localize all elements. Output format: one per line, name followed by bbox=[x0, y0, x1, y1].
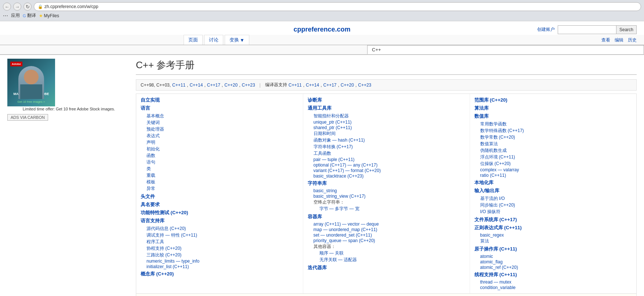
lang-support-5[interactable]: numeric_limits — type_info bbox=[146, 259, 299, 264]
version-link-cpp20-1[interactable]: C++20 bbox=[224, 83, 238, 88]
io-title[interactable]: 输入/输出库 bbox=[474, 187, 632, 194]
version-link-cpp14-1[interactable]: C++14 bbox=[189, 83, 203, 88]
container-title[interactable]: 容器库 bbox=[308, 213, 465, 220]
container-2[interactable]: set — unordered_set (C++11) bbox=[314, 233, 465, 238]
numeric-6[interactable]: 位操纵 (C++20) bbox=[480, 161, 632, 167]
self-impl-title[interactable]: 自立实现 bbox=[141, 97, 299, 103]
io-0[interactable]: 基于流的 I/O bbox=[480, 195, 632, 202]
lang-support-title[interactable]: 语言支持库 bbox=[141, 218, 299, 224]
version-link-cpp23-2[interactable]: C++23 bbox=[358, 83, 371, 88]
util-title[interactable]: 通用工具库 bbox=[308, 105, 465, 112]
concepts-lib-title[interactable]: 概念库 (C++20) bbox=[141, 271, 299, 277]
version-link-cpp17-1[interactable]: C++17 bbox=[207, 83, 220, 88]
numeric-8[interactable]: ratio (C++11) bbox=[480, 173, 632, 178]
numeric-0[interactable]: 常用数学函数 bbox=[480, 121, 632, 127]
numeric-2[interactable]: 数学常数 (C++20) bbox=[480, 134, 632, 140]
lang-item-2[interactable]: 预处理器 bbox=[146, 126, 299, 132]
numeric-5[interactable]: 浮点环境 (C++11) bbox=[480, 154, 632, 160]
atomic-title[interactable]: 原子操作库 (C++11) bbox=[474, 246, 632, 252]
other-container-0[interactable]: 顺序 — 关联 bbox=[319, 250, 465, 256]
lang-item-6[interactable]: 函数 bbox=[146, 153, 299, 159]
bookmark-apps[interactable]: 应用 bbox=[11, 12, 20, 19]
numeric-1[interactable]: 数学特殊函数 (C++17) bbox=[480, 128, 632, 134]
lang-item-7[interactable]: 语句 bbox=[146, 159, 299, 165]
headers-title[interactable]: 头文件 bbox=[141, 193, 299, 200]
view-action[interactable]: 查看 bbox=[601, 37, 610, 43]
string-title[interactable]: 字符串库 bbox=[308, 180, 465, 187]
tab-cpp[interactable]: C++ bbox=[367, 45, 644, 54]
thread-0[interactable]: thread — mutex bbox=[480, 279, 632, 285]
util-4[interactable]: 函数对象 — hash (C++11) bbox=[314, 137, 465, 143]
lang-support-1[interactable]: 调试支持 — 特性 (C++11) bbox=[146, 232, 299, 238]
concepts-title[interactable]: 功能特性测试 (C++20) bbox=[141, 209, 299, 216]
util-10[interactable]: basic_stacktrace (C++23) bbox=[314, 173, 465, 179]
lang-support-6[interactable]: initializer_list (C++11) bbox=[146, 264, 299, 269]
lang-item-10[interactable]: 模板 bbox=[146, 179, 299, 185]
tab-discussion[interactable]: 讨论 bbox=[204, 35, 223, 45]
container-3[interactable]: priority_queue — span (C++20) bbox=[314, 238, 465, 243]
forward-button[interactable]: → bbox=[13, 3, 21, 11]
bookmark-myfiles[interactable]: ★ MyFiles bbox=[39, 13, 59, 18]
lang-item-11[interactable]: 异常 bbox=[146, 186, 299, 192]
fs-title[interactable]: 文件系统库 (C++17) bbox=[474, 216, 632, 223]
ads-via-carbon[interactable]: ADS VIA CARBON bbox=[7, 114, 48, 121]
atomic-0[interactable]: atomic bbox=[480, 254, 632, 259]
lang-support-4[interactable]: 三路比较 (C++20) bbox=[146, 252, 299, 258]
lang-item-3[interactable]: 表达式 bbox=[146, 133, 299, 139]
search-button[interactable]: Search bbox=[616, 25, 637, 34]
version-link-cpp17-2[interactable]: C++17 bbox=[323, 83, 336, 88]
null-string-0[interactable]: 字节 — 多字节 — 宽 bbox=[319, 206, 465, 212]
lang-item-0[interactable]: 基本概念 bbox=[146, 113, 299, 119]
lang-item-1[interactable]: 关键词 bbox=[146, 120, 299, 126]
numeric-title[interactable]: 数值库 bbox=[474, 113, 632, 120]
regex-0[interactable]: basic_regex bbox=[480, 233, 632, 238]
tab-page[interactable]: 页面 bbox=[184, 35, 203, 45]
lang-item-9[interactable]: 重载 bbox=[146, 172, 299, 179]
thread-1[interactable]: condition_variable bbox=[480, 285, 632, 290]
lang-item-4[interactable]: 声明 bbox=[146, 139, 299, 146]
util-1[interactable]: unique_ptr (C++11) bbox=[314, 120, 465, 125]
range-title[interactable]: 范围库 (C++20) bbox=[474, 97, 632, 103]
apps-icon[interactable]: ⋯ bbox=[3, 13, 8, 19]
iter-title[interactable]: 迭代器库 bbox=[308, 264, 465, 271]
version-link-cpp20-2[interactable]: C++20 bbox=[341, 83, 354, 88]
url-bar[interactable]: 🔒 zh.cppreference.com/w/cpp bbox=[34, 2, 641, 11]
tab-transform[interactable]: 变换 ▼ bbox=[225, 35, 249, 45]
lang-support-2[interactable]: 程序工具 bbox=[146, 239, 299, 245]
bookmark-translate[interactable]: G 翻译 bbox=[23, 12, 36, 19]
lang-item-5[interactable]: 初始化 bbox=[146, 146, 299, 152]
numeric-3[interactable]: 数值算法 bbox=[480, 141, 632, 147]
util-3[interactable]: 日期和时间 bbox=[314, 131, 465, 137]
version-link-cpp23-1[interactable]: C++23 bbox=[242, 83, 255, 88]
edit-action[interactable]: 编辑 bbox=[615, 37, 623, 43]
thread-title[interactable]: 线程支持库 (C++11) bbox=[474, 271, 632, 278]
lang-title[interactable]: 语言 bbox=[141, 105, 299, 112]
algo-title[interactable]: 算法库 bbox=[474, 105, 632, 112]
numeric-7[interactable]: complex — valarray bbox=[480, 167, 632, 172]
create-account-link[interactable]: 创建账户 bbox=[537, 26, 555, 33]
container-1[interactable]: map — unordered_map (C++11) bbox=[314, 227, 465, 232]
diag-title[interactable]: 诊断库 bbox=[308, 97, 465, 103]
atomic-2[interactable]: atomic_ref (C++20) bbox=[480, 265, 632, 270]
container-0[interactable]: array (C++11) — vector — deque bbox=[314, 222, 465, 227]
atomic-1[interactable]: atomic_flag bbox=[480, 259, 632, 264]
util-8[interactable]: optional (C++17) — any (C++17) bbox=[314, 162, 465, 168]
io-2[interactable]: I/O 操纵符 bbox=[480, 209, 632, 215]
named-req-title[interactable]: 具名要求 bbox=[141, 201, 299, 208]
version-link-cpp11-1[interactable]: C++11 bbox=[172, 83, 185, 88]
util-6[interactable]: 工具函数 bbox=[314, 150, 465, 157]
other-container-1[interactable]: 无序关联 — 适配器 bbox=[319, 257, 465, 263]
string-0[interactable]: basic_string bbox=[314, 188, 465, 193]
reload-button[interactable]: ↻ bbox=[23, 3, 32, 11]
lang-support-0[interactable]: 源代码信息 (C++20) bbox=[146, 226, 299, 232]
util-0[interactable]: 智能指针和分配器 bbox=[314, 113, 465, 119]
regex-1[interactable]: 算法 bbox=[480, 238, 632, 244]
lang-item-8[interactable]: 类 bbox=[146, 166, 299, 172]
regex-title[interactable]: 正则表达式库 (C++11) bbox=[474, 224, 632, 231]
version-link-cpp11-2[interactable]: C++11 bbox=[289, 83, 302, 88]
io-1[interactable]: 同步输出 (C++20) bbox=[480, 202, 632, 208]
back-button[interactable]: ← bbox=[3, 3, 11, 11]
util-9[interactable]: variant (C++17) — format (C++20) bbox=[314, 168, 465, 173]
history-action[interactable]: 历史 bbox=[628, 37, 637, 43]
util-2[interactable]: shared_ptr (C++11) bbox=[314, 125, 465, 130]
